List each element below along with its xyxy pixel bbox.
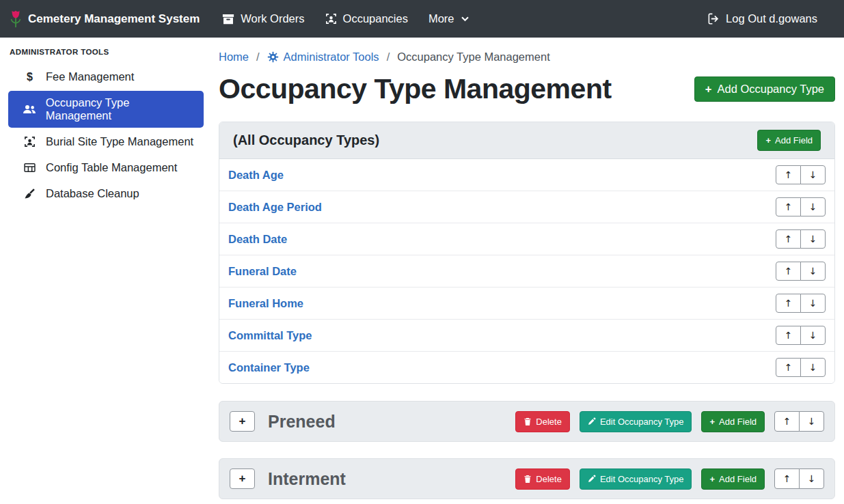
top-navbar: Cemetery Management System Work Orders O… [0, 0, 844, 38]
app-title: Cemetery Management System [28, 12, 200, 26]
delete-label: Delete [536, 474, 562, 484]
gear-icon [267, 51, 279, 63]
field-link[interactable]: Funeral Home [228, 296, 303, 310]
down-arrow-icon: ↓ [809, 234, 817, 244]
add-field-button[interactable]: + Add Field [701, 468, 765, 490]
field-link[interactable]: Container Type [228, 361, 310, 374]
sidebar-item-label: Burial Site Type Management [46, 135, 193, 148]
down-arrow-icon: ↓ [808, 416, 816, 427]
move-up-button[interactable]: ↑ [774, 468, 800, 489]
nav-work-orders[interactable]: Work Orders [212, 7, 314, 31]
reorder-controls: ↑ ↓ [776, 197, 826, 216]
delete-button[interactable]: Delete [515, 468, 570, 490]
edit-occupancy-type-button[interactable]: Edit Occupancy Type [580, 468, 692, 490]
sidebar-item-fee-management[interactable]: $ Fee Management [8, 65, 204, 89]
reorder-controls: ↑ ↓ [776, 229, 826, 249]
field-row: Committal Type ↑ ↓ [219, 320, 834, 352]
down-arrow-icon: ↓ [808, 473, 816, 484]
add-field-label: Add Field [775, 135, 813, 145]
delete-button[interactable]: Delete [515, 411, 570, 432]
sidebar-item-config-table-management[interactable]: Config Table Management [8, 156, 204, 180]
broom-icon [23, 188, 37, 199]
table-icon [23, 162, 37, 173]
sidebar-item-label: Fee Management [46, 70, 134, 83]
up-arrow-icon: ↑ [785, 330, 793, 341]
move-down-button[interactable]: ↓ [800, 197, 826, 216]
main-content: Home / Ad [210, 38, 844, 504]
nav-more[interactable]: More [418, 7, 480, 31]
work-orders-icon [222, 13, 234, 25]
up-arrow-icon: ↑ [785, 169, 793, 180]
add-field-button[interactable]: + Add Field [701, 411, 765, 432]
logout-label: Log Out d.gowans [726, 12, 817, 25]
move-up-button[interactable]: ↑ [776, 165, 801, 184]
section-actions: Delete Edit Occupancy Type + [515, 468, 824, 490]
field-list: Death Age ↑ ↓ Death Age Period ↑ ↓ [219, 159, 834, 383]
field-row: Funeral Date ↑ ↓ [219, 255, 834, 288]
app-brand[interactable]: Cemetery Management System [10, 10, 200, 28]
move-down-button[interactable]: ↓ [799, 468, 824, 489]
edit-occupancy-type-button[interactable]: Edit Occupancy Type [580, 411, 692, 432]
breadcrumb-home-link[interactable]: Home [219, 51, 249, 64]
field-link[interactable]: Committal Type [228, 328, 312, 342]
reorder-controls: ↑ ↓ [776, 165, 826, 184]
move-up-button[interactable]: ↑ [776, 326, 801, 345]
reorder-controls: ↑ ↓ [776, 358, 826, 377]
chevron-down-icon [461, 14, 469, 23]
move-up-button[interactable]: ↑ [776, 294, 801, 313]
move-down-button[interactable]: ↓ [799, 411, 824, 432]
person-bounding-box-icon [23, 136, 37, 148]
nav-occupancies-label: Occupancies [343, 12, 408, 25]
field-row: Death Date ↑ ↓ [219, 223, 834, 255]
breadcrumb-separator: / [387, 51, 390, 64]
expand-section-button[interactable]: + [230, 468, 255, 489]
plus-icon: + [239, 415, 246, 428]
move-down-button[interactable]: ↓ [800, 165, 826, 184]
field-link[interactable]: Death Date [228, 232, 287, 246]
sidebar-item-label: Config Table Management [46, 161, 177, 174]
add-field-label: Add Field [719, 474, 757, 484]
sidebar-item-occupancy-type-management[interactable]: Occupancy Type Management [8, 91, 204, 128]
down-arrow-icon: ↓ [809, 169, 817, 180]
move-up-button[interactable]: ↑ [776, 229, 801, 249]
logout-button[interactable]: Log Out d.gowans [697, 7, 828, 31]
breadcrumb-separator: / [256, 51, 260, 64]
breadcrumb-admin-tools-label: Administrator Tools [284, 51, 379, 64]
occupancy-type-section: + Preneed Delete [219, 401, 835, 442]
add-field-button[interactable]: + Add Field [757, 130, 821, 151]
nav-occupancies[interactable]: Occupancies [315, 7, 418, 31]
move-up-button[interactable]: ↑ [776, 262, 801, 281]
add-occupancy-type-button[interactable]: + Add Occupancy Type [694, 76, 835, 102]
field-link[interactable]: Death Age Period [228, 200, 322, 214]
move-up-button[interactable]: ↑ [776, 358, 801, 377]
up-arrow-icon: ↑ [785, 201, 793, 212]
delete-label: Delete [536, 417, 562, 427]
move-down-button[interactable]: ↓ [800, 326, 826, 345]
sidebar-item-database-cleanup[interactable]: Database Cleanup [8, 182, 204, 206]
move-down-button[interactable]: ↓ [800, 358, 826, 377]
tulip-logo-icon [10, 10, 22, 28]
expand-section-button[interactable]: + [230, 411, 255, 432]
move-down-button[interactable]: ↓ [800, 262, 826, 281]
move-down-button[interactable]: ↓ [800, 229, 826, 249]
up-arrow-icon: ↑ [785, 298, 793, 309]
sidebar-item-burial-site-type-management[interactable]: Burial Site Type Management [8, 130, 204, 154]
field-row: Death Age Period ↑ ↓ [219, 191, 834, 223]
add-occupancy-type-label: Add Occupancy Type [717, 83, 824, 96]
breadcrumb-admin-tools-link[interactable]: Administrator Tools [267, 51, 379, 64]
move-down-button[interactable]: ↓ [800, 294, 826, 313]
sidebar-heading: Administrator Tools [8, 46, 204, 65]
field-link[interactable]: Death Age [228, 168, 284, 182]
down-arrow-icon: ↓ [809, 330, 817, 341]
breadcrumb: Home / Ad [219, 51, 835, 64]
plus-icon: + [765, 135, 771, 145]
plus-icon: + [709, 417, 715, 427]
users-icon [23, 104, 37, 115]
move-up-button[interactable]: ↑ [776, 197, 801, 216]
card-header: (All Occupancy Types) + Add Field [219, 122, 834, 159]
move-up-button[interactable]: ↑ [774, 411, 800, 432]
nav-more-label: More [428, 12, 454, 25]
pencil-icon [588, 417, 596, 425]
field-link[interactable]: Funeral Date [228, 264, 297, 278]
field-row: Death Age ↑ ↓ [219, 159, 834, 191]
